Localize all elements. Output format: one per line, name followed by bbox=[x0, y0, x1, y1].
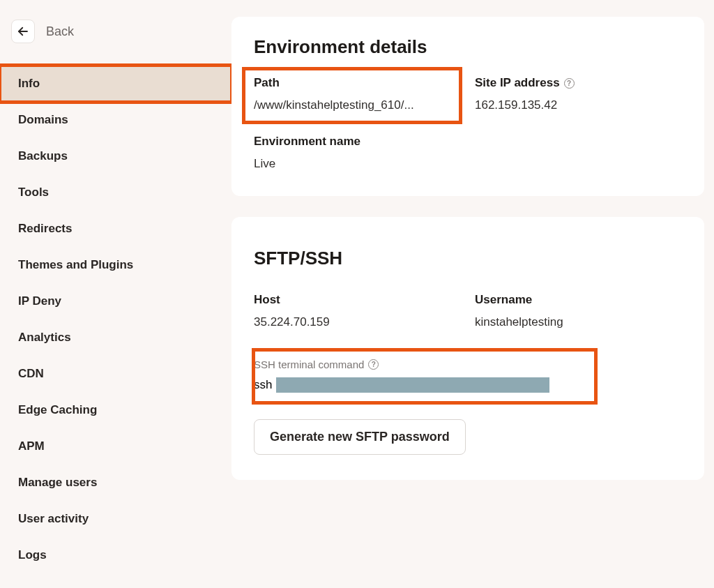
path-label: Path bbox=[254, 76, 450, 90]
host-label: Host bbox=[254, 293, 461, 307]
environment-details-title: Environment details bbox=[254, 36, 682, 58]
back-label: Back bbox=[46, 24, 74, 39]
main-content: Environment details Path /www/kinstahelp… bbox=[231, 0, 714, 588]
username-value: kinstahelptesting bbox=[475, 315, 682, 329]
env-grid: Path /www/kinstahelptesting_610/... Site… bbox=[254, 76, 682, 171]
env-name-field: Environment name Live bbox=[254, 135, 461, 171]
sidebar-item-cdn[interactable]: CDN bbox=[0, 356, 231, 392]
sidebar-item-label: User activity bbox=[18, 512, 89, 525]
env-name-label: Environment name bbox=[254, 135, 461, 149]
help-icon[interactable]: ? bbox=[564, 78, 575, 89]
generate-sftp-password-button[interactable]: Generate new SFTP password bbox=[254, 419, 466, 455]
ssh-command-redacted bbox=[276, 377, 549, 393]
path-highlight: Path /www/kinstahelptesting_610/... bbox=[244, 69, 460, 122]
ssh-command-value: ssh bbox=[254, 377, 584, 393]
sidebar-item-backups[interactable]: Backups bbox=[0, 138, 231, 174]
host-value: 35.224.70.159 bbox=[254, 315, 461, 329]
sidebar-item-label: Info bbox=[18, 77, 40, 90]
sidebar-item-label: Logs bbox=[18, 548, 47, 561]
sidebar-item-info[interactable]: Info bbox=[0, 66, 231, 102]
site-ip-value: 162.159.135.42 bbox=[475, 98, 682, 112]
sidebar-item-label: Redirects bbox=[18, 222, 72, 235]
sidebar-item-user-activity[interactable]: User activity bbox=[0, 501, 231, 537]
ssh-command-highlight: SSH terminal command ? ssh bbox=[254, 350, 595, 402]
username-field: Username kinstahelptesting bbox=[475, 293, 682, 329]
sidebar-item-label: Analytics bbox=[18, 331, 71, 344]
site-ip-field: Site IP address ? 162.159.135.42 bbox=[475, 76, 682, 112]
host-field: Host 35.224.70.159 bbox=[254, 293, 461, 329]
sidebar-item-edge-caching[interactable]: Edge Caching bbox=[0, 392, 231, 428]
sidebar-item-label: CDN bbox=[18, 367, 44, 380]
sidebar-item-label: Manage users bbox=[18, 476, 97, 489]
username-label: Username bbox=[475, 293, 682, 307]
sidebar-item-tools[interactable]: Tools bbox=[0, 174, 231, 211]
help-icon[interactable]: ? bbox=[368, 359, 379, 370]
env-name-value: Live bbox=[254, 157, 461, 171]
sidebar: Back Info Domains Backups Tools Redirect… bbox=[0, 0, 231, 588]
environment-details-card: Environment details Path /www/kinstahelp… bbox=[231, 17, 704, 196]
sidebar-item-domains[interactable]: Domains bbox=[0, 102, 231, 138]
site-ip-label-text: Site IP address bbox=[475, 76, 560, 90]
sftp-ssh-title: SFTP/SSH bbox=[254, 248, 682, 269]
ssh-command-label-text: SSH terminal command bbox=[254, 359, 364, 370]
sftp-ssh-card: SFTP/SSH Host 35.224.70.159 Username kin… bbox=[231, 217, 704, 480]
sidebar-item-label: Backups bbox=[18, 149, 68, 163]
sidebar-item-logs[interactable]: Logs bbox=[0, 537, 231, 573]
sidebar-nav: Info Domains Backups Tools Redirects The… bbox=[0, 66, 231, 573]
sidebar-item-label: Domains bbox=[18, 113, 68, 126]
sftp-grid: Host 35.224.70.159 Username kinstahelpte… bbox=[254, 293, 682, 329]
sidebar-item-redirects[interactable]: Redirects bbox=[0, 211, 231, 247]
sidebar-item-label: Tools bbox=[18, 186, 49, 199]
back-row: Back bbox=[0, 20, 231, 66]
ssh-command-label: SSH terminal command ? bbox=[254, 359, 584, 370]
sidebar-item-label: Edge Caching bbox=[18, 403, 97, 416]
sidebar-item-themes-plugins[interactable]: Themes and Plugins bbox=[0, 247, 231, 283]
ssh-command-block: SSH terminal command ? ssh bbox=[254, 350, 682, 402]
sidebar-item-label: IP Deny bbox=[18, 294, 61, 308]
sidebar-item-ip-deny[interactable]: IP Deny bbox=[0, 283, 231, 319]
sidebar-item-label: APM bbox=[18, 439, 45, 453]
sidebar-item-analytics[interactable]: Analytics bbox=[0, 319, 231, 356]
ssh-command-prefix: ssh bbox=[254, 378, 272, 392]
path-value: /www/kinstahelptesting_610/... bbox=[254, 98, 450, 112]
arrow-left-icon bbox=[17, 25, 29, 38]
site-ip-label: Site IP address ? bbox=[475, 76, 682, 90]
sidebar-item-apm[interactable]: APM bbox=[0, 428, 231, 465]
path-field: Path /www/kinstahelptesting_610/... bbox=[254, 76, 461, 112]
sidebar-item-manage-users[interactable]: Manage users bbox=[0, 465, 231, 501]
sidebar-item-label: Themes and Plugins bbox=[18, 258, 133, 271]
back-button[interactable] bbox=[11, 20, 35, 43]
